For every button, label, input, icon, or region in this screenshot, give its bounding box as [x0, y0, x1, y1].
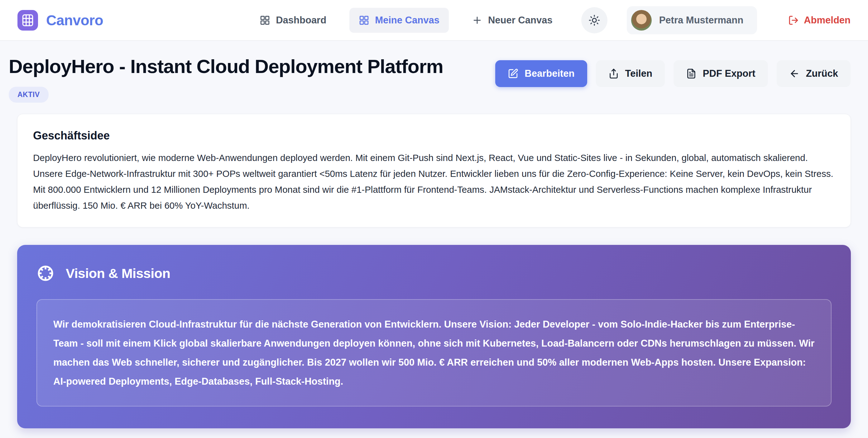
- user-avatar: [631, 10, 652, 31]
- arrow-left-icon: [789, 68, 800, 79]
- logout-label: Abmelden: [804, 14, 850, 26]
- nav-dashboard[interactable]: Dashboard: [250, 8, 336, 33]
- page-title: DeployHero - Instant Cloud Deployment Pl…: [9, 55, 443, 77]
- share-button-label: Teilen: [625, 68, 652, 79]
- vision-text: Wir demokratisieren Cloud-Infrastruktur …: [53, 315, 815, 391]
- nav-new-canvas[interactable]: Neuer Canvas: [463, 8, 562, 33]
- page-header: DeployHero - Instant Cloud Deployment Pl…: [0, 41, 868, 103]
- pdf-export-button-label: PDF Export: [703, 68, 755, 79]
- vision-mission-header: Vision & Mission: [36, 264, 832, 282]
- nav-my-canvas[interactable]: Meine Canvas: [349, 8, 449, 33]
- status-badge: AKTIV: [9, 87, 49, 103]
- brand-logo[interactable]: Canvoro: [18, 10, 103, 31]
- canvas-grid-icon: [359, 15, 369, 26]
- edit-pencil-icon: [508, 68, 518, 79]
- user-menu[interactable]: Petra Mustermann: [627, 6, 757, 34]
- action-buttons: Bearbeiten Teilen PDF Export: [495, 60, 850, 87]
- nav-my-canvas-label: Meine Canvas: [375, 14, 439, 26]
- dashboard-grid-icon: [259, 15, 270, 26]
- business-idea-card: Geschäftsidee DeployHero revolutioniert,…: [17, 114, 851, 227]
- pdf-export-button[interactable]: PDF Export: [674, 60, 768, 87]
- plus-icon: [472, 15, 483, 26]
- file-document-icon: [686, 68, 696, 79]
- nav-new-canvas-label: Neuer Canvas: [488, 14, 553, 26]
- compass-wheel-icon: [36, 264, 55, 282]
- vision-mission-card: Vision & Mission Wir demokratisieren Clo…: [17, 245, 851, 428]
- back-button[interactable]: Zurück: [777, 60, 850, 87]
- vision-mission-title: Vision & Mission: [66, 266, 170, 281]
- user-name: Petra Mustermann: [659, 14, 743, 26]
- top-navbar: Canvoro Dashboard Meine Canvas: [0, 0, 868, 41]
- business-idea-text: DeployHero revolutioniert, wie moderne W…: [33, 150, 835, 213]
- back-button-label: Zurück: [806, 68, 838, 79]
- theme-toggle-button[interactable]: [581, 7, 608, 33]
- vision-text-panel: Wir demokratisieren Cloud-Infrastruktur …: [36, 299, 832, 407]
- business-idea-heading: Geschäftsidee: [33, 129, 835, 142]
- edit-button[interactable]: Bearbeiten: [495, 60, 587, 87]
- sun-icon: [588, 14, 600, 26]
- share-icon: [609, 68, 619, 79]
- canvas-grid-logo-icon: [18, 10, 38, 31]
- logout-icon: [788, 15, 799, 26]
- brand-name: Canvoro: [46, 12, 103, 29]
- page-title-block: DeployHero - Instant Cloud Deployment Pl…: [9, 55, 443, 103]
- share-button[interactable]: Teilen: [596, 60, 665, 87]
- nav-dashboard-label: Dashboard: [276, 14, 326, 26]
- main-nav: Dashboard Meine Canvas Neuer Canvas: [250, 6, 850, 34]
- edit-button-label: Bearbeiten: [525, 68, 575, 79]
- logout-button[interactable]: Abmelden: [788, 14, 850, 26]
